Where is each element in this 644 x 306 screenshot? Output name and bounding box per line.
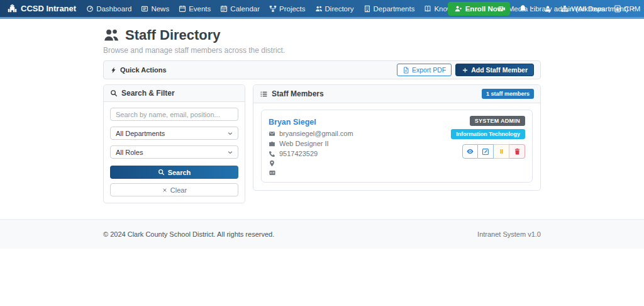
search-icon bbox=[110, 89, 118, 97]
events-icon bbox=[179, 5, 186, 13]
nav-label: Directory bbox=[325, 5, 354, 13]
envelope-icon bbox=[269, 130, 275, 137]
departments-select-value: All Departments bbox=[116, 130, 165, 137]
chevron-down-icon bbox=[227, 149, 233, 156]
member-action-buttons bbox=[462, 144, 525, 159]
navbar-right: Enroll Now admin (All Department) bbox=[448, 2, 636, 16]
member-side: SYSTEM ADMIN Information Technology bbox=[451, 116, 525, 159]
page-title: Staff Directory bbox=[103, 27, 541, 43]
nav-label: Departments bbox=[374, 5, 415, 13]
briefcase-icon bbox=[269, 140, 275, 147]
school-icon bbox=[8, 4, 17, 13]
nav-item-dashboard[interactable]: Dashboard bbox=[86, 5, 131, 13]
add-staff-member-button[interactable]: Add Staff Member bbox=[455, 64, 534, 76]
staff-count-badge: 1 staff members bbox=[482, 89, 534, 99]
main-container: Staff Directory Browse and manage staff … bbox=[103, 27, 541, 203]
quick-actions-title: Quick Actions bbox=[110, 66, 167, 74]
user-menu[interactable]: admin (All Department) bbox=[544, 5, 636, 13]
caret-down-icon bbox=[631, 6, 636, 11]
notifications-menu[interactable] bbox=[519, 4, 535, 13]
nav-links: Dashboard News Events Calendar Projects … bbox=[86, 5, 448, 13]
member-email: bryansiegel@gmail.com bbox=[279, 130, 353, 137]
content-row: Search & Filter All Departments All Role… bbox=[103, 84, 541, 203]
map-marker-icon bbox=[269, 160, 275, 167]
dashboard-icon bbox=[86, 5, 94, 13]
version-text: Intranet System v1.0 bbox=[477, 230, 541, 238]
staff-members-header: Staff Members 1 staff members bbox=[253, 85, 540, 103]
member-role-badge: SYSTEM ADMIN bbox=[470, 116, 525, 126]
nav-label: News bbox=[151, 5, 169, 13]
brand-label: CCSD Intranet bbox=[21, 4, 76, 13]
add-staff-member-label: Add Staff Member bbox=[471, 66, 528, 74]
nav-item-projects[interactable]: Projects bbox=[269, 5, 306, 13]
eye-icon bbox=[466, 147, 474, 156]
quick-actions-buttons: Export PDF Add Staff Member bbox=[397, 64, 534, 76]
member-email-row: bryansiegel@gmail.com bbox=[269, 130, 353, 137]
member-name-link[interactable]: Bryan Siegel bbox=[269, 118, 316, 127]
search-icon bbox=[158, 169, 165, 176]
media-library-icon bbox=[498, 5, 506, 13]
trash-icon bbox=[514, 148, 521, 155]
clear-button-label: Clear bbox=[170, 186, 187, 194]
search-filter-panel: Search & Filter All Departments All Role… bbox=[103, 84, 245, 203]
copyright-text: © 2024 Clark County School District. All… bbox=[103, 230, 274, 238]
page-header: Staff Directory Browse and manage staff … bbox=[103, 27, 541, 55]
bell-icon bbox=[519, 4, 527, 13]
departments-select[interactable]: All Departments bbox=[110, 127, 238, 140]
brand[interactable]: CCSD Intranet bbox=[8, 4, 76, 13]
user-icon bbox=[544, 5, 552, 13]
nav-label: Events bbox=[189, 5, 211, 13]
roles-select-value: All Roles bbox=[116, 149, 143, 156]
nav-item-directory[interactable]: Directory bbox=[315, 5, 354, 13]
edit-member-button[interactable] bbox=[478, 144, 494, 159]
staff-members-body: Bryan Siegel bryansiegel@gmail.com Web D… bbox=[253, 103, 540, 190]
member-position-row: Web Designer II bbox=[269, 140, 353, 147]
knowledge-base-icon bbox=[424, 5, 431, 13]
member-info: Bryan Siegel bryansiegel@gmail.com Web D… bbox=[269, 116, 353, 176]
staff-members-title: Staff Members bbox=[272, 89, 324, 98]
list-icon bbox=[260, 90, 268, 98]
calendar-icon bbox=[220, 5, 228, 13]
page-title-text: Staff Directory bbox=[125, 27, 221, 43]
delete-member-button[interactable] bbox=[509, 144, 525, 159]
plus-icon bbox=[462, 67, 469, 74]
search-filter-header: Search & Filter bbox=[104, 85, 245, 102]
chevron-down-icon bbox=[227, 130, 233, 137]
file-pdf-icon bbox=[402, 67, 409, 74]
edit-icon bbox=[482, 148, 489, 156]
member-phone-row: 9517423529 bbox=[269, 150, 353, 157]
export-pdf-label: Export PDF bbox=[412, 66, 446, 74]
search-filter-title: Search & Filter bbox=[121, 89, 175, 98]
search-input[interactable] bbox=[110, 108, 238, 121]
search-button-label: Search bbox=[168, 169, 191, 176]
staff-members-panel: Staff Members 1 staff members Bryan Sieg… bbox=[253, 84, 541, 191]
page-subtitle: Browse and manage staff members across t… bbox=[103, 46, 541, 55]
member-id-row bbox=[269, 169, 353, 176]
search-button[interactable]: Search bbox=[110, 166, 238, 179]
member-phone: 9517423529 bbox=[279, 150, 318, 157]
nav-item-events[interactable]: Events bbox=[179, 5, 211, 13]
nav-item-departments[interactable]: Departments bbox=[364, 5, 415, 13]
nav-label: Dashboard bbox=[96, 5, 131, 13]
nav-item-calendar[interactable]: Calendar bbox=[220, 5, 260, 13]
phone-icon bbox=[269, 150, 275, 157]
member-position: Web Designer II bbox=[279, 140, 329, 147]
x-icon bbox=[162, 187, 168, 193]
caret-down-icon bbox=[530, 6, 535, 11]
clear-button[interactable]: Clear bbox=[110, 183, 238, 196]
roles-select[interactable]: All Roles bbox=[110, 145, 238, 159]
crm-icon bbox=[614, 5, 621, 13]
departments-icon bbox=[364, 5, 371, 13]
quick-actions-label: Quick Actions bbox=[120, 66, 167, 74]
users-icon bbox=[103, 27, 119, 43]
id-card-icon bbox=[269, 169, 276, 176]
suspend-member-button[interactable] bbox=[494, 144, 509, 159]
export-pdf-button[interactable]: Export PDF bbox=[397, 64, 452, 76]
projects-icon bbox=[269, 5, 277, 13]
view-member-button[interactable] bbox=[462, 144, 478, 159]
nav-label: Calendar bbox=[230, 5, 260, 13]
staff-members-title-group: Staff Members bbox=[260, 89, 324, 98]
staff-member-card: Bryan Siegel bryansiegel@gmail.com Web D… bbox=[261, 110, 533, 183]
nav-label: Projects bbox=[279, 5, 306, 13]
nav-item-news[interactable]: News bbox=[141, 5, 169, 13]
